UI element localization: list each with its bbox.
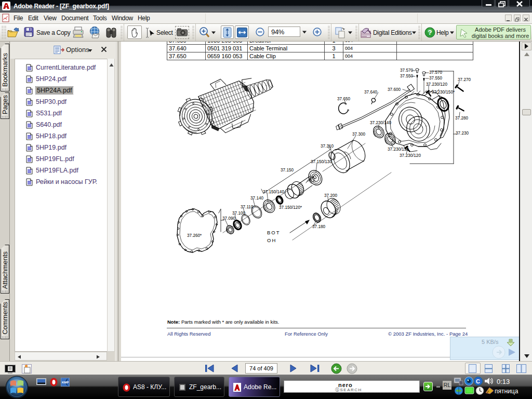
svg-text:37.570: 37.570 bbox=[429, 70, 442, 75]
svg-text:37.140: 37.140 bbox=[250, 196, 263, 201]
svg-text:37.100: 37.100 bbox=[232, 211, 245, 216]
svg-text:37.180: 37.180 bbox=[312, 224, 325, 229]
svg-text:37.230: 37.230 bbox=[456, 131, 469, 136]
svg-text:37.310: 37.310 bbox=[321, 144, 334, 149]
svg-text:?: ? bbox=[428, 29, 432, 36]
svg-text:37.640: 37.640 bbox=[364, 90, 377, 95]
svg-text:37.230/140: 37.230/140 bbox=[370, 121, 391, 125]
svg-text:37.270: 37.270 bbox=[458, 77, 471, 82]
svg-text:37.150/140: 37.150/140 bbox=[263, 190, 284, 194]
svg-text:37.230/120: 37.230/120 bbox=[400, 153, 421, 158]
svg-text:37.300: 37.300 bbox=[352, 132, 365, 137]
svg-text:37.090: 37.090 bbox=[222, 216, 235, 221]
svg-text:KMP: KMP bbox=[62, 381, 69, 384]
svg-text:37.550: 37.550 bbox=[400, 74, 413, 78]
svg-text:OH: OH bbox=[267, 237, 276, 243]
svg-text:37.150/130: 37.150/130 bbox=[311, 159, 332, 164]
svg-text:37.280: 37.280 bbox=[455, 116, 468, 121]
svg-text:C: C bbox=[476, 378, 480, 384]
svg-text:37.600: 37.600 bbox=[388, 87, 401, 92]
svg-text:37.230/130: 37.230/130 bbox=[388, 147, 409, 152]
svg-text:37.200: 37.200 bbox=[324, 193, 337, 198]
svg-text:BOT: BOT bbox=[267, 230, 281, 235]
svg-text:37.550: 37.550 bbox=[429, 76, 442, 81]
svg-text:37.650: 37.650 bbox=[337, 97, 350, 101]
svg-text:37.230/150*: 37.230/150* bbox=[432, 90, 455, 95]
svg-text:37.230/120: 37.230/120 bbox=[426, 82, 447, 87]
svg-text:37.570: 37.570 bbox=[400, 68, 413, 73]
svg-text:37.150/120*: 37.150/120* bbox=[279, 205, 302, 210]
svg-text:37.150: 37.150 bbox=[281, 168, 294, 172]
svg-text:37.110: 37.110 bbox=[241, 205, 254, 209]
svg-text:37.260*: 37.260* bbox=[187, 233, 202, 238]
